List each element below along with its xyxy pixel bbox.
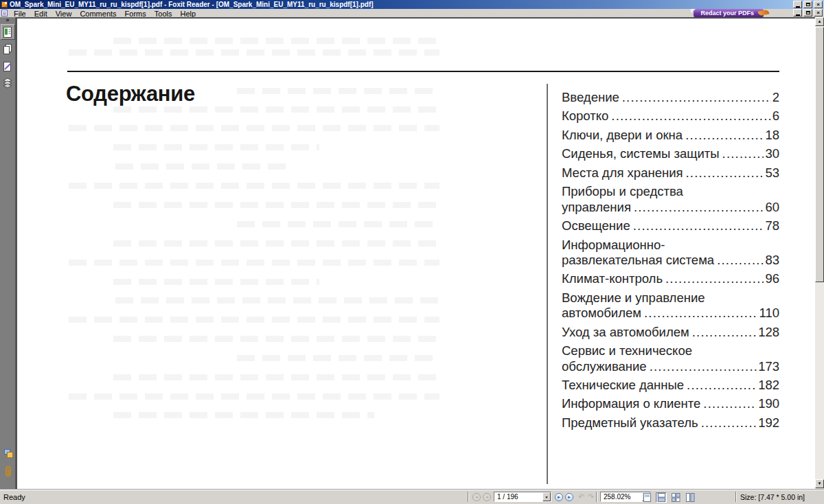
single-page-icon [643, 493, 651, 502]
toc-leader-dots [703, 396, 757, 411]
toc-entry[interactable]: Технические данные182 [562, 378, 779, 393]
expand-panel-button[interactable]: » [0, 17, 15, 23]
toc-entry[interactable]: Климат-контроль96 [562, 271, 779, 286]
toc-entry[interactable]: Приборы и средствауправления60 [562, 184, 779, 215]
toc-entry-page: 96 [765, 271, 779, 286]
continuous-view-button[interactable] [656, 492, 667, 503]
client-area: » [0, 17, 824, 489]
page-bleedthrough-line [113, 336, 439, 342]
redact-banner-button[interactable]: Redact your PDFs [694, 9, 764, 17]
bookmarks-panel-button[interactable] [1, 24, 15, 40]
pdf-page: Содержание Введение2Коротко6Ключи, двери… [17, 19, 815, 489]
sticky-notes-icon [3, 448, 14, 461]
page-bleedthrough-line [113, 279, 319, 285]
toc-leader-dots [622, 90, 771, 105]
toc-leader-dots [722, 146, 764, 161]
toc-leader-dots [644, 306, 757, 321]
attachment-icon [3, 466, 14, 478]
page-bleedthrough-line [69, 183, 439, 189]
toc-entry[interactable]: Сервис и техническоеобслуживание173 [562, 343, 779, 374]
window-controls: × [793, 1, 823, 8]
toc-entry[interactable]: Ключи, двери и окна18 [562, 128, 779, 143]
toc-entry-label: Вождение и управление [562, 290, 705, 306]
document-window-icon [1, 10, 8, 16]
next-view-button[interactable]: ↷ [588, 492, 594, 501]
page-dropdown-arrow[interactable]: ▼ [542, 492, 551, 501]
facing-pages-icon [672, 493, 680, 502]
last-page-button[interactable]: ► [565, 493, 573, 501]
status-ready-text: Ready [3, 493, 25, 501]
toc-entry[interactable]: Места для хранения53 [562, 165, 779, 181]
toc-entry[interactable]: Сиденья, системы защиты30 [562, 146, 779, 161]
doc-close-button[interactable]: × [814, 9, 823, 16]
close-button[interactable]: × [814, 1, 823, 8]
single-page-view-button[interactable] [641, 492, 652, 503]
toc-entry-page: 110 [759, 306, 780, 321]
toc-leader-dots [687, 378, 757, 393]
toc-leader-dots [633, 218, 764, 233]
toc-leader-dots [650, 359, 757, 374]
column-divider [547, 84, 548, 484]
continuous-facing-view-button[interactable] [685, 492, 696, 503]
toc-entry[interactable]: Предметный указатель192 [562, 415, 779, 431]
layers-panel-button[interactable] [1, 76, 15, 91]
doc-restore-button[interactable] [803, 9, 812, 16]
toc-entry-page: 128 [758, 325, 779, 340]
toc-entry-page: 2 [772, 90, 779, 105]
toc-entry[interactable]: Коротко6 [562, 108, 779, 124]
page-number-combo[interactable]: 1 / 196 ▼ [494, 492, 551, 502]
page-horizontal-rule [67, 71, 779, 72]
toc-entry-label: управления [562, 200, 631, 215]
attachments-panel-button[interactable] [1, 463, 15, 479]
toc-entry-page: 173 [758, 359, 779, 374]
toc-entry-label: Ключи, двери и окна [562, 128, 683, 143]
vertical-scrollbar[interactable]: ▲ ▼ [815, 17, 824, 489]
doc-minimize-button[interactable] [793, 9, 802, 16]
annotations-panel-button[interactable] [1, 58, 15, 74]
toc-leader-dots [665, 271, 764, 286]
page-bleedthrough-line [113, 374, 439, 380]
toc-entry[interactable]: Информация о клиенте190 [562, 396, 779, 411]
scroll-up-button[interactable]: ▲ [815, 17, 824, 26]
toc-entry-label: Введение [562, 90, 619, 105]
toc-entry[interactable]: Введение2 [562, 90, 779, 105]
toc-entry[interactable]: Информационно-развлекательная система83 [562, 238, 779, 268]
toc-entry-page: 78 [765, 218, 779, 233]
toc-leader-dots [717, 253, 764, 268]
pages-panel-button[interactable] [1, 41, 15, 57]
notes-panel-button[interactable] [1, 446, 15, 462]
menu-bar: FileEditViewCommentsFormsToolsHelp Redac… [0, 9, 824, 17]
next-page-button[interactable]: ► [555, 493, 563, 501]
previous-view-button[interactable]: ↶ [578, 492, 584, 501]
toc-entry-label: автомобилем [562, 306, 641, 321]
toc-leader-dots [611, 108, 770, 124]
toc-entry-label: обслуживание [562, 359, 647, 374]
toc-entry-label: Климат-контроль [562, 271, 663, 286]
scroll-down-button[interactable]: ▼ [815, 479, 824, 488]
toc-leader-dots [692, 325, 757, 340]
page-bleedthrough-line [113, 240, 439, 247]
page-bleedthrough-line [113, 202, 439, 208]
page-bleedthrough-line [237, 88, 439, 94]
document-view[interactable]: Содержание Введение2Коротко6Ключи, двери… [16, 17, 815, 489]
restore-button[interactable] [803, 1, 812, 8]
toc-entry-page: 18 [765, 128, 779, 143]
toc-entry-page: 53 [765, 165, 779, 181]
previous-page-button[interactable]: ◄ [483, 493, 491, 501]
toc-entry-page: 60 [765, 200, 779, 215]
continuous-facing-icon [686, 493, 695, 502]
toc-entry-label: Информация о клиенте [562, 396, 700, 411]
toc-entry-label: Освещение [562, 218, 630, 233]
continuous-page-icon [658, 493, 665, 502]
minimize-button[interactable] [793, 1, 802, 8]
scrollbar-thumb[interactable] [815, 27, 824, 282]
page-bleedthrough-line [113, 412, 374, 418]
facing-view-button[interactable] [670, 492, 681, 503]
toc-entry[interactable]: Уход за автомобилем128 [562, 325, 779, 340]
toc-entry-label: Информационно- [562, 238, 665, 253]
first-page-button[interactable]: ◄ [472, 493, 481, 501]
toc-entry-page: 83 [765, 253, 779, 268]
toc-entry[interactable]: Вождение и управлениеавтомобилем110 [562, 290, 779, 321]
toc-entry-page: 190 [758, 396, 779, 411]
toc-entry[interactable]: Освещение78 [562, 218, 779, 233]
